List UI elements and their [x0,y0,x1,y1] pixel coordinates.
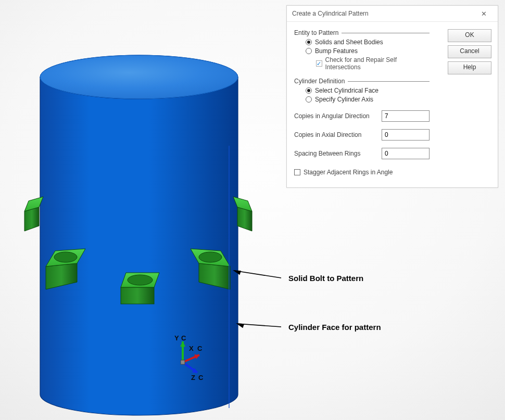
svg-line-6 [234,271,281,278]
cancel-button[interactable]: Cancel [448,45,491,58]
dialog-cylindrical-pattern: Create a Cylindrical Pattern ✕ OK Cancel… [286,5,498,188]
radio-bump-label: Bump Features [315,47,358,55]
input-copies-axial[interactable] [382,129,430,141]
radio-solids-label: Solids and Sheet Bodies [315,39,383,46]
group-cylinder-title: Cylinder Definition [294,78,345,85]
radio-axis-label: Specify Cylinder Axis [315,96,373,103]
svg-rect-3 [121,287,154,304]
label-copies-angular: Copies in Angular Direction [294,112,382,120]
help-button[interactable]: Help [448,61,491,74]
check-stagger-label: Stagger Adjacent Rings in Angle [304,169,393,176]
annotation-face: Cylinder Face for pattern [288,323,381,332]
label-spacing-rings: Spacing Between Rings [294,150,382,157]
svg-text:X: X [189,345,194,352]
close-icon[interactable]: ✕ [475,10,493,18]
check-stagger[interactable]: Stagger Adjacent Rings in Angle [294,169,430,176]
radio-select-face[interactable]: Select Cylindrical Face [306,87,430,94]
leader-face [237,324,281,327]
svg-text:C: C [181,334,186,342]
cylinder-body [40,55,238,415]
svg-point-0 [40,55,238,99]
check-repair-label: Check for and Repair Self Intersections [325,56,430,71]
svg-text:Y: Y [174,334,179,342]
radio-solids-sheet[interactable]: Solids and Sheet Bodies [306,39,430,46]
svg-text:C: C [198,374,204,381]
svg-marker-9 [237,324,244,327]
svg-point-4 [128,275,153,285]
group-entity-title: Entity to Pattern [294,29,338,36]
svg-point-2 [54,252,77,262]
input-spacing-rings[interactable] [382,148,430,159]
svg-text:Z: Z [191,374,195,381]
check-repair-intersections: ✓ Check for and Repair Self Intersection… [316,56,430,71]
radio-bump-features[interactable]: Bump Features [306,47,430,55]
dialog-title: Create a Cylindrical Pattern [292,10,475,17]
radio-specify-axis[interactable]: Specify Cylinder Axis [306,96,430,103]
leader-bolt [234,271,281,278]
label-copies-axial: Copies in Axial Direction [294,131,382,138]
dialog-titlebar[interactable]: Create a Cylindrical Pattern ✕ [287,6,498,22]
svg-text:C: C [197,345,203,352]
svg-rect-22 [181,360,185,364]
annotation-bolt: Solid Bolt to Pattern [288,274,363,283]
input-copies-angular[interactable] [382,110,430,122]
svg-point-5 [199,252,222,262]
ok-button[interactable]: OK [448,29,491,42]
radio-face-label: Select Cylindrical Face [315,87,378,94]
